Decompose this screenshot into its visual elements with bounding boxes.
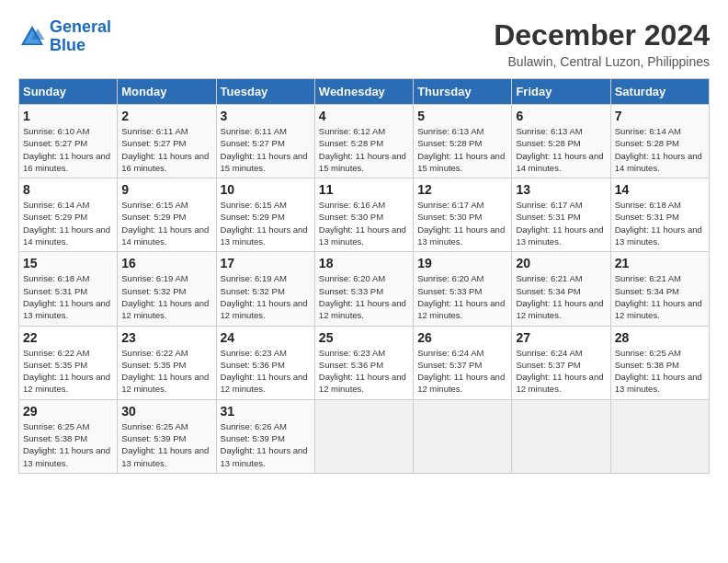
- day-number: 18: [319, 256, 409, 270]
- day-number: 22: [23, 330, 113, 345]
- day-detail: Sunrise: 6:16 AM Sunset: 5:30 PM Dayligh…: [319, 199, 409, 247]
- day-number: 27: [516, 330, 606, 345]
- day-number: 19: [417, 256, 507, 270]
- sunrise-text: Sunrise: 6:18 AM: [23, 273, 89, 283]
- daylight-text: Daylight: 11 hours and 13 minutes.: [221, 224, 308, 247]
- day-detail: Sunrise: 6:24 AM Sunset: 5:37 PM Dayligh…: [417, 347, 507, 396]
- daylight-text: Daylight: 11 hours and 14 minutes.: [23, 224, 110, 247]
- week-row-5: 29 Sunrise: 6:25 AM Sunset: 5:38 PM Dayl…: [19, 399, 710, 473]
- calendar-cell: 2 Sunrise: 6:11 AM Sunset: 5:27 PM Dayli…: [118, 105, 216, 178]
- sunrise-text: Sunrise: 6:24 AM: [417, 348, 483, 358]
- sunrise-text: Sunrise: 6:17 AM: [417, 200, 483, 210]
- calendar-cell: [512, 399, 610, 473]
- daylight-text: Daylight: 11 hours and 16 minutes.: [23, 151, 110, 173]
- day-number: 14: [615, 182, 705, 197]
- day-detail: Sunrise: 6:23 AM Sunset: 5:36 PM Dayligh…: [221, 347, 311, 396]
- sunrise-text: Sunrise: 6:16 AM: [319, 200, 385, 210]
- day-detail: Sunrise: 6:25 AM Sunset: 5:39 PM Dayligh…: [121, 420, 211, 469]
- sunrise-text: Sunrise: 6:18 AM: [615, 200, 681, 210]
- calendar-cell: [414, 399, 512, 473]
- day-number: 6: [516, 109, 606, 123]
- sunrise-text: Sunrise: 6:19 AM: [221, 273, 287, 283]
- calendar-cell: 11 Sunrise: 6:16 AM Sunset: 5:30 PM Dayl…: [314, 178, 413, 252]
- sunset-text: Sunset: 5:29 PM: [221, 212, 285, 222]
- day-number: 15: [23, 256, 113, 270]
- sunrise-text: Sunrise: 6:24 AM: [516, 348, 582, 358]
- sunrise-text: Sunrise: 6:14 AM: [615, 126, 681, 136]
- calendar-cell: 15 Sunrise: 6:18 AM Sunset: 5:31 PM Dayl…: [19, 252, 118, 326]
- day-detail: Sunrise: 6:14 AM Sunset: 5:29 PM Dayligh…: [23, 199, 113, 247]
- sunset-text: Sunset: 5:30 PM: [417, 212, 482, 222]
- sunset-text: Sunset: 5:39 PM: [221, 433, 285, 443]
- calendar-cell: 5 Sunrise: 6:13 AM Sunset: 5:28 PM Dayli…: [414, 105, 512, 178]
- calendar-cell: 16 Sunrise: 6:19 AM Sunset: 5:32 PM Dayl…: [118, 252, 216, 326]
- calendar-cell: 7 Sunrise: 6:14 AM Sunset: 5:28 PM Dayli…: [610, 105, 709, 178]
- logo-line2: Blue: [50, 36, 85, 54]
- sunset-text: Sunset: 5:36 PM: [221, 360, 285, 370]
- week-row-2: 8 Sunrise: 6:14 AM Sunset: 5:29 PM Dayli…: [19, 178, 710, 252]
- day-detail: Sunrise: 6:17 AM Sunset: 5:31 PM Dayligh…: [516, 199, 606, 247]
- day-number: 21: [615, 256, 705, 270]
- day-detail: Sunrise: 6:25 AM Sunset: 5:38 PM Dayligh…: [615, 347, 705, 396]
- sunrise-text: Sunrise: 6:10 AM: [23, 126, 89, 136]
- day-number: 25: [319, 330, 409, 345]
- day-number: 7: [615, 109, 705, 123]
- sunrise-text: Sunrise: 6:15 AM: [221, 200, 287, 210]
- weekday-header-row: SundayMondayTuesdayWednesdayThursdayFrid…: [19, 79, 710, 105]
- calendar-body: 1 Sunrise: 6:10 AM Sunset: 5:27 PM Dayli…: [19, 105, 710, 474]
- calendar-cell: 19 Sunrise: 6:20 AM Sunset: 5:33 PM Dayl…: [414, 252, 512, 326]
- daylight-text: Daylight: 11 hours and 12 minutes.: [121, 372, 209, 394]
- day-detail: Sunrise: 6:14 AM Sunset: 5:28 PM Dayligh…: [615, 125, 705, 174]
- daylight-text: Daylight: 11 hours and 15 minutes.: [221, 151, 308, 173]
- month-title: December 2024: [494, 18, 710, 52]
- weekday-sunday: Sunday: [19, 79, 118, 105]
- sunset-text: Sunset: 5:31 PM: [23, 286, 87, 296]
- day-number: 11: [319, 182, 409, 197]
- day-detail: Sunrise: 6:23 AM Sunset: 5:36 PM Dayligh…: [319, 347, 409, 396]
- daylight-text: Daylight: 11 hours and 12 minutes.: [221, 372, 308, 394]
- daylight-text: Daylight: 11 hours and 13 minutes.: [615, 372, 702, 394]
- day-number: 29: [23, 404, 113, 419]
- calendar-cell: [314, 399, 413, 473]
- sunrise-text: Sunrise: 6:19 AM: [121, 273, 188, 283]
- day-number: 10: [221, 182, 311, 197]
- day-number: 13: [516, 182, 606, 197]
- sunset-text: Sunset: 5:29 PM: [121, 212, 186, 222]
- daylight-text: Daylight: 11 hours and 13 minutes.: [221, 445, 308, 467]
- calendar-cell: 9 Sunrise: 6:15 AM Sunset: 5:29 PM Dayli…: [118, 178, 216, 252]
- calendar-cell: 10 Sunrise: 6:15 AM Sunset: 5:29 PM Dayl…: [216, 178, 314, 252]
- day-detail: Sunrise: 6:11 AM Sunset: 5:27 PM Dayligh…: [221, 125, 311, 174]
- day-detail: Sunrise: 6:21 AM Sunset: 5:34 PM Dayligh…: [615, 272, 705, 321]
- sunrise-text: Sunrise: 6:13 AM: [516, 126, 582, 136]
- day-detail: Sunrise: 6:20 AM Sunset: 5:33 PM Dayligh…: [319, 272, 409, 321]
- calendar-cell: 22 Sunrise: 6:22 AM Sunset: 5:35 PM Dayl…: [19, 326, 118, 399]
- calendar-cell: 1 Sunrise: 6:10 AM Sunset: 5:27 PM Dayli…: [19, 105, 118, 178]
- sunset-text: Sunset: 5:34 PM: [615, 286, 679, 296]
- sunrise-text: Sunrise: 6:23 AM: [319, 348, 385, 358]
- sunset-text: Sunset: 5:27 PM: [23, 138, 87, 148]
- day-number: 5: [417, 109, 507, 123]
- calendar-table: SundayMondayTuesdayWednesdayThursdayFrid…: [18, 78, 710, 474]
- calendar-cell: 17 Sunrise: 6:19 AM Sunset: 5:32 PM Dayl…: [216, 252, 314, 326]
- daylight-text: Daylight: 11 hours and 13 minutes.: [417, 224, 505, 247]
- sunset-text: Sunset: 5:37 PM: [417, 360, 482, 370]
- sunset-text: Sunset: 5:35 PM: [23, 360, 87, 370]
- calendar-cell: 12 Sunrise: 6:17 AM Sunset: 5:30 PM Dayl…: [414, 178, 512, 252]
- sunset-text: Sunset: 5:33 PM: [417, 286, 482, 296]
- week-row-3: 15 Sunrise: 6:18 AM Sunset: 5:31 PM Dayl…: [19, 252, 710, 326]
- daylight-text: Daylight: 11 hours and 13 minutes.: [319, 224, 406, 247]
- sunrise-text: Sunrise: 6:11 AM: [121, 126, 188, 136]
- weekday-tuesday: Tuesday: [216, 79, 314, 105]
- calendar-cell: 21 Sunrise: 6:21 AM Sunset: 5:34 PM Dayl…: [610, 252, 709, 326]
- daylight-text: Daylight: 11 hours and 12 minutes.: [23, 372, 110, 394]
- weekday-wednesday: Wednesday: [314, 79, 413, 105]
- calendar-cell: 3 Sunrise: 6:11 AM Sunset: 5:27 PM Dayli…: [216, 105, 314, 178]
- daylight-text: Daylight: 11 hours and 12 minutes.: [516, 372, 603, 394]
- logo-line1: General: [50, 17, 111, 36]
- calendar-cell: 26 Sunrise: 6:24 AM Sunset: 5:37 PM Dayl…: [414, 326, 512, 399]
- calendar-cell: 6 Sunrise: 6:13 AM Sunset: 5:28 PM Dayli…: [512, 105, 610, 178]
- daylight-text: Daylight: 11 hours and 14 minutes.: [615, 151, 702, 173]
- calendar-cell: 23 Sunrise: 6:22 AM Sunset: 5:35 PM Dayl…: [118, 326, 216, 399]
- sunrise-text: Sunrise: 6:21 AM: [516, 273, 582, 283]
- sunset-text: Sunset: 5:38 PM: [23, 433, 87, 443]
